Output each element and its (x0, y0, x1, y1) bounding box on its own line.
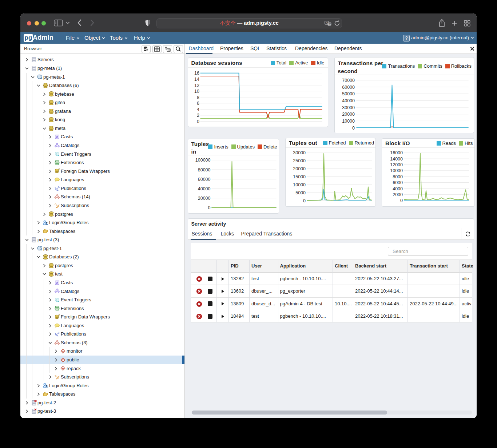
svg-text:0: 0 (197, 119, 199, 124)
svg-text:文: 文 (329, 23, 331, 26)
svg-text:40000: 40000 (198, 186, 210, 191)
svg-text:50000: 50000 (342, 91, 355, 96)
svg-text:14000: 14000 (390, 156, 403, 162)
svg-text:10: 10 (194, 89, 199, 94)
svg-text:12000: 12000 (390, 162, 403, 167)
svg-text:2: 2 (197, 113, 199, 118)
svg-text:4000: 4000 (393, 186, 403, 191)
svg-text:60000: 60000 (198, 177, 210, 182)
svg-text:16000: 16000 (390, 150, 403, 155)
svg-text:6000: 6000 (393, 180, 403, 185)
svg-text:16: 16 (194, 71, 199, 76)
svg-text:10000: 10000 (390, 168, 403, 173)
svg-text:2000: 2000 (393, 192, 403, 197)
svg-text:15000: 15000 (293, 174, 306, 179)
svg-text:30000: 30000 (342, 105, 355, 110)
svg-text:20000: 20000 (198, 196, 210, 201)
svg-text:10000: 10000 (342, 119, 355, 124)
svg-text:80000: 80000 (198, 167, 210, 172)
svg-text:25000: 25000 (293, 158, 306, 163)
svg-text:5000: 5000 (295, 190, 306, 195)
svg-text:6: 6 (197, 101, 199, 106)
svg-text:10000: 10000 (293, 182, 306, 187)
svg-text:20000: 20000 (342, 112, 355, 117)
svg-text:20000: 20000 (293, 166, 306, 171)
svg-text:60000: 60000 (342, 85, 355, 90)
svg-text:0: 0 (400, 198, 403, 203)
svg-text:100000: 100000 (195, 158, 210, 163)
svg-text:40000: 40000 (342, 98, 355, 103)
svg-text:8000: 8000 (393, 174, 403, 179)
svg-text:4: 4 (197, 107, 199, 112)
svg-text:A: A (326, 21, 328, 24)
svg-text:8: 8 (197, 95, 199, 100)
svg-text:12: 12 (194, 83, 199, 88)
svg-text:0: 0 (208, 205, 210, 210)
svg-text:0: 0 (352, 126, 355, 131)
svg-text:70000: 70000 (342, 78, 355, 83)
svg-text:0: 0 (303, 198, 306, 203)
svg-text:30000: 30000 (293, 150, 306, 155)
svg-text:14: 14 (194, 77, 199, 82)
